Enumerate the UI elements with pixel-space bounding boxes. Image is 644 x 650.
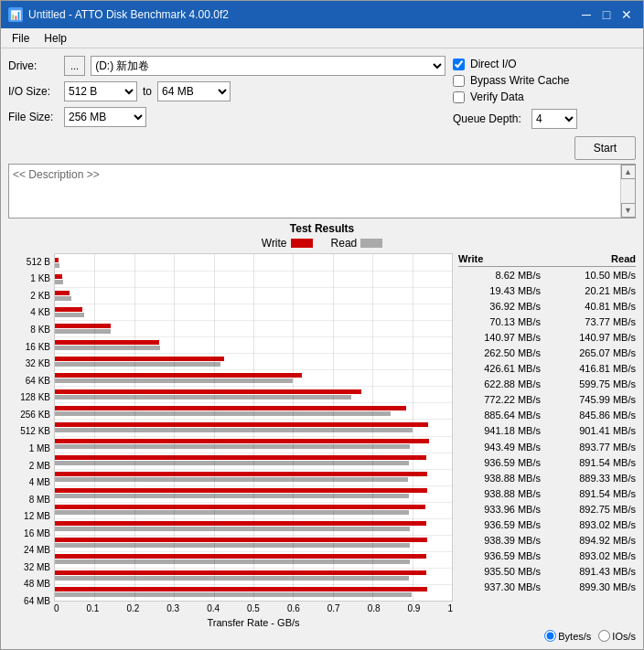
bar-row [55, 336, 452, 353]
y-label: 8 MB [8, 495, 50, 505]
read-bar [55, 543, 410, 548]
direct-io-checkbox[interactable] [453, 59, 465, 70]
read-bar [55, 280, 63, 284]
read-value: 10.50 MB/s [553, 268, 636, 283]
write-value: 426.61 MB/s [458, 361, 541, 377]
write-bar [55, 406, 406, 410]
write-bar [55, 472, 427, 476]
file-size-select[interactable]: 256 MB512 MB1 GB2 GB4 GB [64, 107, 146, 127]
bytes-radio[interactable] [544, 630, 556, 642]
scroll-up-button[interactable]: ▲ [621, 165, 636, 179]
write-bar [55, 554, 426, 559]
drive-select[interactable]: (D:) 新加卷 [91, 56, 445, 76]
data-table-row: 70.13 MB/s 73.77 MB/s [458, 314, 636, 330]
read-header: Read [611, 253, 636, 264]
menu-help[interactable]: Help [37, 30, 74, 47]
right-controls: Direct I/O Bypass Write Cache Verify Dat… [453, 56, 636, 160]
y-label: 12 MB [8, 511, 50, 521]
bar-row [55, 271, 452, 287]
write-legend-color [291, 239, 313, 248]
write-value: 262.50 MB/s [458, 346, 541, 361]
read-value: 893.77 MB/s [553, 440, 636, 455]
bar-row [55, 568, 452, 584]
start-button[interactable]: Start [574, 136, 636, 160]
read-value: 745.99 MB/s [553, 392, 636, 408]
queue-depth-select[interactable]: 12481632 [531, 109, 577, 129]
write-bar [55, 422, 428, 427]
maximize-button[interactable]: □ [597, 5, 616, 24]
app-icon: 📊 [8, 7, 23, 22]
x-label: 0.6 [287, 603, 300, 613]
bar-row [55, 551, 452, 568]
io-size-label: I/O Size: [8, 85, 59, 98]
drive-row: Drive: ... (D:) 新加卷 [8, 56, 445, 76]
read-bar [55, 346, 160, 350]
bar-row [55, 402, 452, 419]
write-bar [55, 357, 224, 361]
io-to-select[interactable]: 512 B1 KB2 KB4 KB8 KB16 KB32 KB64 KB128 … [157, 81, 231, 101]
read-value: 845.86 MB/s [553, 408, 636, 423]
write-value: 937.30 MB/s [458, 580, 541, 595]
bar-row [55, 502, 452, 518]
top-controls: Drive: ... (D:) 新加卷 I/O Size: 512 B1 KB2… [8, 56, 636, 160]
bypass-write-cache-label: Bypass Write Cache [470, 74, 570, 87]
verify-data-label: Verify Data [470, 91, 524, 103]
write-bar [55, 455, 426, 460]
read-bar [55, 411, 391, 416]
verify-data-checkbox[interactable] [453, 91, 465, 103]
bytes-label: Bytes/s [558, 631, 591, 642]
x-label: 0.3 [166, 603, 179, 613]
read-legend-label: Read [331, 237, 358, 250]
write-bar [55, 274, 62, 279]
bar-row [55, 436, 452, 453]
read-value: 893.02 MB/s [553, 517, 636, 533]
y-label: 1 MB [8, 443, 50, 453]
bypass-write-cache-row: Bypass Write Cache [453, 74, 636, 87]
read-bar [55, 362, 220, 367]
write-bar [55, 439, 429, 443]
ios-radio[interactable] [598, 630, 610, 642]
y-label: 4 KB [8, 307, 50, 317]
bars-container: 00.10.20.30.40.50.60.70.80.91 Transfer R… [54, 253, 453, 628]
write-bar [55, 488, 427, 493]
x-axis-title: Transfer Rate - GB/s [54, 617, 453, 628]
close-button[interactable]: ✕ [617, 5, 636, 24]
read-bar [55, 296, 71, 301]
file-size-label: File Size: [8, 111, 59, 123]
write-header: Write [458, 253, 483, 264]
drive-browse-button[interactable]: ... [64, 56, 85, 76]
y-label: 32 MB [8, 562, 50, 572]
bypass-write-cache-checkbox[interactable] [453, 75, 465, 87]
write-value: 885.64 MB/s [458, 408, 541, 423]
menu-file[interactable]: File [5, 30, 37, 47]
io-from-select[interactable]: 512 B1 KB2 KB4 KB8 KB16 KB32 KB64 KB128 … [64, 81, 137, 101]
write-value: 936.59 MB/s [458, 517, 541, 533]
chart-section: Test Results Write Read 512 B1 KB2 KB4 K… [8, 222, 636, 642]
write-bar [55, 570, 426, 575]
description-scrollbar: ▲ ▼ [620, 165, 635, 218]
write-value: 8.62 MB/s [458, 268, 541, 283]
read-bar [55, 444, 410, 449]
minimize-button[interactable]: ─ [577, 5, 596, 24]
data-table-row: 936.59 MB/s 893.02 MB/s [458, 517, 636, 533]
title-controls: ─ □ ✕ [577, 5, 636, 24]
io-size-row: I/O Size: 512 B1 KB2 KB4 KB8 KB16 KB32 K… [8, 81, 445, 101]
data-table-row: 935.50 MB/s 891.43 MB/s [458, 564, 636, 580]
data-table-row: 426.61 MB/s 416.81 MB/s [458, 361, 636, 377]
write-value: 935.50 MB/s [458, 564, 541, 580]
bar-row [55, 369, 452, 386]
write-value: 941.18 MB/s [458, 423, 541, 439]
y-label: 32 KB [8, 358, 50, 368]
drive-label: Drive: [8, 59, 59, 72]
y-label: 2 KB [8, 291, 50, 301]
write-bar [55, 258, 59, 262]
verify-data-row: Verify Data [453, 91, 636, 103]
y-label: 48 MB [8, 579, 50, 589]
y-label: 16 KB [8, 342, 50, 352]
read-legend: Read [331, 237, 383, 250]
title-bar: 📊 Untitled - ATTO Disk Benchmark 4.00.0f… [1, 1, 643, 28]
x-label: 0.5 [247, 603, 260, 613]
write-value: 938.39 MB/s [458, 533, 541, 549]
read-bar [55, 395, 351, 400]
scroll-down-button[interactable]: ▼ [621, 203, 636, 218]
